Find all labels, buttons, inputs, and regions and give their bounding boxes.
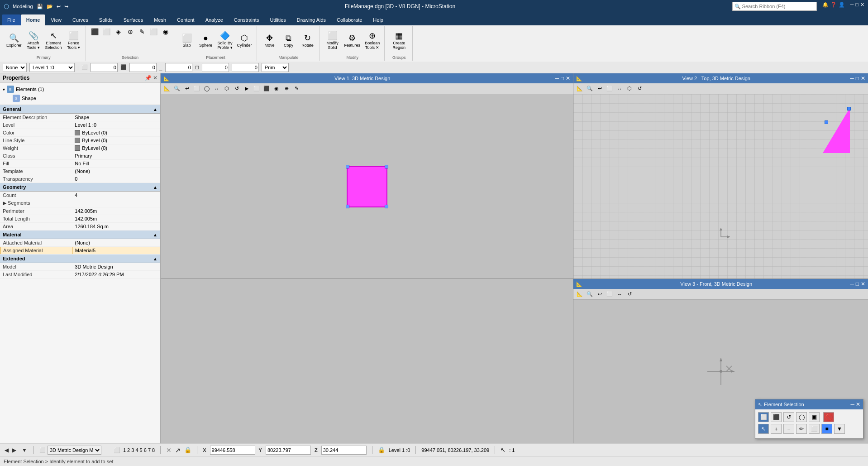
- tree-shape[interactable]: S Shape: [2, 94, 158, 103]
- vp1-btn8[interactable]: ↺: [232, 85, 241, 93]
- boolean-tools-button[interactable]: ⊕ BooleanTools ✕: [363, 27, 382, 54]
- view1-canvas[interactable]: [161, 94, 573, 279]
- tab-help[interactable]: Help: [367, 14, 389, 25]
- tab-home[interactable]: Home: [21, 14, 46, 25]
- vp2-btn7[interactable]: ↺: [635, 85, 644, 93]
- dlg-arrow[interactable]: ↖: [758, 424, 769, 434]
- slab-button[interactable]: ⬜ Slab: [178, 27, 196, 54]
- vp1-btn4[interactable]: ⬜: [192, 85, 201, 93]
- vp1-btn12[interactable]: ◉: [272, 85, 281, 93]
- tab-collaborate[interactable]: Collaborate: [331, 14, 367, 25]
- dlg-circle-sel[interactable]: ◯: [796, 412, 807, 422]
- view3-max[interactable]: □: [856, 281, 859, 287]
- view1-min[interactable]: ─: [555, 75, 559, 82]
- vp3-btn3[interactable]: ↩: [595, 290, 604, 298]
- dlg-blue-btn[interactable]: ■: [821, 424, 832, 434]
- attr-field-4[interactable]: [202, 63, 229, 72]
- vp1-btn7[interactable]: ⬡: [222, 85, 231, 93]
- view1-max[interactable]: □: [561, 75, 564, 82]
- move-button[interactable]: ✥ Move: [261, 27, 279, 54]
- dlg-rotate-sel[interactable]: ↺: [783, 412, 794, 422]
- viewport-2[interactable]: 📐 View 2 - Top, 3D Metric Design ─ □ ✕ 📐…: [573, 73, 868, 279]
- attach-tools-button[interactable]: 📎 AttachTools ▾: [24, 27, 43, 54]
- minimize-btn[interactable]: ─: [850, 2, 854, 11]
- vp2-btn5[interactable]: ↔: [615, 85, 624, 93]
- explorer-button[interactable]: 🔍 Explorer: [5, 27, 24, 54]
- solid-by-profile-button[interactable]: 🔷 Solid ByProfile ▾: [216, 27, 234, 54]
- vp2-btn2[interactable]: 🔍: [585, 85, 594, 93]
- view1-close[interactable]: ✕: [566, 75, 570, 82]
- vp3-btn5[interactable]: ↔: [615, 290, 624, 298]
- handle-bl[interactable]: [346, 205, 349, 208]
- dlg-poly-sel[interactable]: ▣: [809, 412, 820, 422]
- expand-segments[interactable]: ▶: [3, 200, 6, 206]
- tab-drawing-aids[interactable]: Drawing Aids: [291, 14, 331, 25]
- dlg-add[interactable]: ＋: [771, 424, 782, 434]
- qat-open[interactable]: 📂: [47, 4, 53, 10]
- dlg-dropdown[interactable]: ▼: [834, 424, 845, 434]
- view3-close[interactable]: ✕: [861, 281, 865, 287]
- handle-tr[interactable]: [385, 165, 388, 168]
- vp3-btn4[interactable]: ⬜: [605, 290, 614, 298]
- viewport-1[interactable]: 📐 View 1, 3D Metric Design ─ □ ✕ 📐 🔍 ↩ ⬜…: [161, 73, 573, 279]
- level-select[interactable]: Level 1 :0: [29, 63, 75, 72]
- vp1-btn1[interactable]: 📐: [162, 85, 172, 93]
- tab-utilities[interactable]: Utilities: [264, 14, 291, 25]
- vp1-btn6[interactable]: ↔: [212, 85, 221, 93]
- prim-select[interactable]: Prim: [262, 63, 289, 72]
- view2-canvas[interactable]: [573, 94, 868, 279]
- tab-surfaces[interactable]: Surfaces: [118, 14, 148, 25]
- maximize-btn[interactable]: □: [855, 2, 858, 11]
- handle-br[interactable]: [385, 205, 388, 208]
- tab-file[interactable]: File: [2, 14, 21, 25]
- close-btn[interactable]: ✕: [860, 2, 864, 11]
- notification-icon[interactable]: 🔔: [822, 2, 829, 11]
- select-btn-3[interactable]: ◈: [113, 27, 124, 36]
- dlg-select-btn[interactable]: ⬜: [809, 424, 820, 434]
- search-box[interactable]: 🔍: [732, 2, 817, 11]
- view2-close[interactable]: ✕: [861, 75, 865, 82]
- dlg-cancel[interactable]: 🚫: [823, 412, 834, 422]
- modify-solid-button[interactable]: ⬜ ModifySolid: [324, 27, 342, 54]
- extended-header[interactable]: Extended ▲: [0, 255, 160, 263]
- forward-btn[interactable]: ▶: [11, 447, 17, 453]
- prop-close-btn[interactable]: ✕: [153, 75, 157, 81]
- vp2-btn3[interactable]: ↩: [595, 85, 604, 93]
- vp1-btn10[interactable]: ⬜: [252, 85, 261, 93]
- history-btn[interactable]: ▼: [21, 447, 28, 453]
- select-btn-4[interactable]: ⊕: [125, 27, 136, 36]
- view3-min[interactable]: ─: [850, 281, 854, 287]
- attr-field-2[interactable]: [129, 63, 157, 72]
- vp1-btn3[interactable]: ↩: [182, 85, 191, 93]
- select-btn-1[interactable]: ⬛: [90, 27, 100, 36]
- qat-save[interactable]: 💾: [37, 4, 43, 10]
- select-btn-7[interactable]: ◉: [160, 27, 171, 36]
- fence-tools-button[interactable]: ⬜ FenceTools ▾: [65, 27, 83, 54]
- prop-pin-btn[interactable]: 📌: [145, 75, 152, 81]
- attr-field-1[interactable]: [91, 63, 118, 72]
- z-coord-input[interactable]: [321, 446, 367, 455]
- vp1-btn2[interactable]: 🔍: [172, 85, 181, 93]
- vp1-btn5[interactable]: ◯: [202, 85, 211, 93]
- vp1-btn14[interactable]: ✎: [292, 85, 301, 93]
- geometry-header[interactable]: Geometry ▲: [0, 183, 160, 192]
- vp2-btn1[interactable]: 📐: [575, 85, 584, 93]
- view2-min[interactable]: ─: [850, 75, 854, 82]
- vp2-btn4[interactable]: ⬜: [605, 85, 614, 93]
- tab-constraints[interactable]: Constraints: [229, 14, 265, 25]
- vp1-btn13[interactable]: ⊕: [282, 85, 291, 93]
- back-btn[interactable]: ◀: [4, 447, 10, 453]
- tab-view[interactable]: View: [45, 14, 67, 25]
- vp2-btn6[interactable]: ⬡: [625, 85, 634, 93]
- handle-tl[interactable]: [346, 165, 349, 168]
- y-coord-input[interactable]: [266, 446, 311, 455]
- model-select[interactable]: 3D Metric Design M: [48, 446, 101, 455]
- vp3-btn2[interactable]: 🔍: [585, 290, 594, 298]
- select-btn-2[interactable]: ⬜: [101, 27, 112, 36]
- viewport-3[interactable]: 📐 View 3 - Front, 3D Metric Design ─ □ ✕…: [573, 279, 868, 443]
- cylinder-button[interactable]: ⬡ Cylinder: [235, 27, 254, 54]
- tab-content[interactable]: Content: [172, 14, 200, 25]
- select-btn-5[interactable]: ✎: [137, 27, 148, 36]
- copy-button[interactable]: ⧉ Copy: [280, 27, 298, 54]
- help-icon[interactable]: ❓: [830, 2, 837, 11]
